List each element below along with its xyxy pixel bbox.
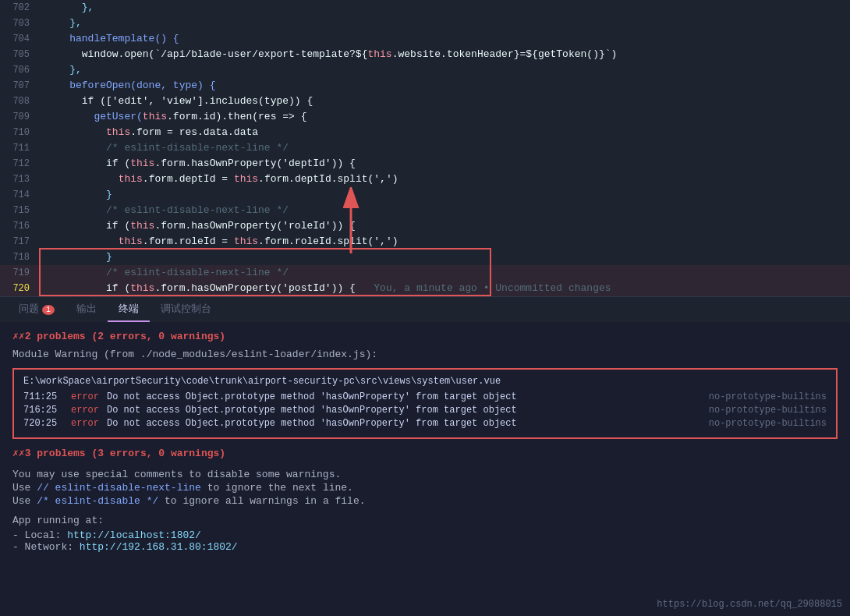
tab-debug[interactable]: 调试控制台 [150,297,222,322]
x-icon-2: ✗ [12,448,19,459]
hint-text: Use // eslint-disable-next-line to ignor… [12,482,838,494]
error-footer: ✗✗3 problems (3 errors, 0 warnings) [12,447,838,459]
code-line: 716 if (this.form.hasOwnProperty('roleId… [0,218,850,234]
code-line: 715 /* eslint-disable-next-line */ [0,203,850,218]
code-line: 711 /* eslint-disable-next-line */ [0,140,850,156]
code-line: 708 if (['edit', 'view'].includes(type))… [0,94,850,109]
code-line: 706 }, [0,62,850,78]
csdn-link[interactable]: https://blog.csdn.net/qq_29088015 [657,599,842,610]
running-at-label: App running at: [12,515,838,526]
code-line: 714 } [0,187,850,203]
error-line: 716:25errorDo not access Object.prototyp… [23,405,827,416]
code-line: 710 this.form = res.data.data [0,125,850,140]
hints-container: You may use special comments to disable … [12,469,838,507]
network-url[interactable]: http://192.168.31.80:1802/ [80,541,238,553]
problems-badge: 1 [42,305,55,315]
x-icon-1: ✗ [12,331,19,342]
module-warning: Module Warning (from ./node_modules/esli… [12,349,838,360]
code-line: 717 this.form.roleId = this.form.roleId.… [0,234,850,250]
hint-text: You may use special comments to disable … [12,469,838,480]
network-url-line: - Network: http://192.168.31.80:1802/ [12,541,838,553]
local-url-line: - Local: http://localhost:1802/ [12,529,838,541]
tabs-bar: 问题1 输出 终端 调试控制台 [0,296,850,322]
code-line: 718 } [0,250,850,265]
code-line: 707 beforeOpen(done, type) { [0,78,850,94]
error-line: 711:25errorDo not access Object.prototyp… [23,391,827,402]
code-line: 719 /* eslint-disable-next-line */ [0,265,850,281]
code-line: 720 if (this.form.hasOwnProperty('postId… [0,281,850,296]
code-line: 713 this.form.deptId = this.form.deptId.… [0,172,850,187]
terminal-area: ✗✗2 problems (2 errors, 0 warnings) Modu… [0,322,850,616]
code-line: 703 }, [0,16,850,31]
error-file-path: E:\workSpace\airportSecurity\code\trunk\… [23,376,827,387]
code-line: 702 }, [0,0,850,16]
code-table: 702 }, 703 },704 handleTemplate() {705 w… [0,0,850,296]
hint-text: Use /* eslint-disable */ to ignore all w… [12,495,838,507]
tab-terminal[interactable]: 终端 [108,297,150,322]
code-line: 712 if (this.form.hasOwnProperty('deptId… [0,156,850,172]
local-url[interactable]: http://localhost:1802/ [67,529,201,541]
code-line: 705 window.open(`/api/blade-user/export-… [0,47,850,62]
error-line: 720:25errorDo not access Object.prototyp… [23,418,827,429]
tab-problems[interactable]: 问题1 [8,297,66,322]
code-line: 704 handleTemplate() { [0,31,850,47]
code-editor: 702 }, 703 },704 handleTemplate() {705 w… [0,0,850,296]
error-header-1: ✗✗2 problems (2 errors, 0 warnings) [12,330,838,342]
error-file-box: E:\workSpace\airportSecurity\code\trunk\… [12,368,838,439]
tab-output[interactable]: 输出 [66,297,108,322]
code-line: 709 getUser(this.form.id).then(res => { [0,109,850,125]
error-lines-container: 711:25errorDo not access Object.prototyp… [23,391,827,429]
